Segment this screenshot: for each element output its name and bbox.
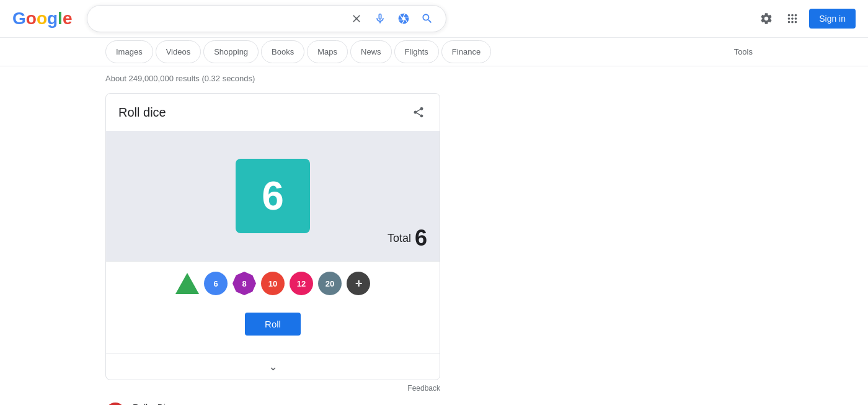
tab-videos[interactable]: Videos — [156, 40, 202, 63]
d10-option[interactable]: 10 — [261, 272, 285, 295]
d4-option[interactable]: 4 — [175, 272, 199, 295]
apps-button[interactable] — [783, 9, 802, 28]
result-site-name: Roll a Die — [133, 403, 192, 405]
clear-button[interactable] — [348, 10, 365, 27]
roll-button[interactable]: Roll — [245, 313, 301, 336]
custom-option[interactable]: ✛ — [347, 272, 370, 295]
total-value: 6 — [415, 225, 427, 251]
gear-icon — [760, 12, 773, 25]
search-icon — [421, 12, 433, 25]
share-button[interactable] — [410, 104, 427, 121]
result-info: Roll a Die https://rolladie.net ⋮ Roll a… — [133, 403, 763, 405]
search-input[interactable]: Roll a Dice — [97, 13, 348, 24]
microphone-icon — [374, 12, 386, 25]
logo-g: G — [12, 9, 26, 29]
grid-icon — [786, 12, 799, 25]
header: G o o g l e Roll a Dice — [0, 0, 868, 38]
widget-footer[interactable]: ⌄ — [106, 353, 440, 380]
share-icon — [412, 106, 425, 118]
tab-news[interactable]: News — [350, 40, 392, 63]
camera-icon — [397, 12, 410, 25]
tab-images[interactable]: Images — [105, 40, 153, 63]
logo-g2: g — [47, 9, 58, 29]
results-count: About 249,000,000 results (0.32 seconds) — [105, 74, 763, 83]
dice-widget: Roll dice 6 Total 6 4 — [105, 93, 440, 380]
roll-area: Roll — [106, 305, 440, 353]
result-favicon: R — [105, 403, 125, 405]
results-area: About 249,000,000 results (0.32 seconds)… — [0, 66, 868, 405]
widget-title: Roll dice — [118, 105, 166, 120]
search-button[interactable] — [418, 10, 436, 27]
tab-finance[interactable]: Finance — [441, 40, 491, 63]
search-tabs: Images Videos Shopping Books Maps News F… — [0, 38, 868, 66]
result-more-button[interactable]: ⋮ — [197, 403, 213, 405]
widget-header: Roll dice — [106, 94, 440, 131]
d4-label: 4 — [185, 301, 190, 310]
voice-search-button[interactable] — [371, 10, 389, 27]
sign-in-button[interactable]: Sign in — [809, 9, 856, 29]
search-result: R Roll a Die https://rolladie.net ⋮ Roll… — [105, 403, 763, 405]
google-logo: G o o g l e — [12, 9, 72, 29]
dice-face: 6 — [236, 159, 310, 233]
d20-option[interactable]: 20 — [318, 272, 342, 295]
logo-l: l — [58, 9, 63, 29]
total-label: Total — [388, 232, 411, 245]
chevron-down-icon: ⌄ — [268, 360, 278, 373]
search-box[interactable]: Roll a Dice — [87, 5, 446, 32]
d12-option[interactable]: 12 — [290, 272, 313, 295]
d6-option[interactable]: 6 — [204, 272, 228, 295]
tab-books[interactable]: Books — [261, 40, 304, 63]
logo-o1: o — [26, 9, 37, 29]
clear-icon — [350, 12, 363, 25]
dice-display: 6 Total 6 — [106, 131, 440, 261]
tab-maps[interactable]: Maps — [307, 40, 348, 63]
header-right: Sign in — [757, 9, 856, 29]
logo-e: e — [63, 9, 73, 29]
tab-shopping[interactable]: Shopping — [203, 40, 259, 63]
feedback-link[interactable]: Feedback — [105, 384, 440, 393]
dice-selector: 4 6 8 10 12 20 ✛ — [106, 261, 440, 305]
lens-button[interactable] — [395, 10, 412, 27]
tab-flights[interactable]: Flights — [394, 40, 439, 63]
d8-option[interactable]: 8 — [232, 272, 256, 295]
search-icons — [348, 10, 436, 27]
total-display: Total 6 — [388, 225, 427, 251]
settings-button[interactable] — [757, 9, 776, 28]
tools-button[interactable]: Tools — [724, 41, 763, 63]
logo-o2: o — [37, 9, 47, 29]
